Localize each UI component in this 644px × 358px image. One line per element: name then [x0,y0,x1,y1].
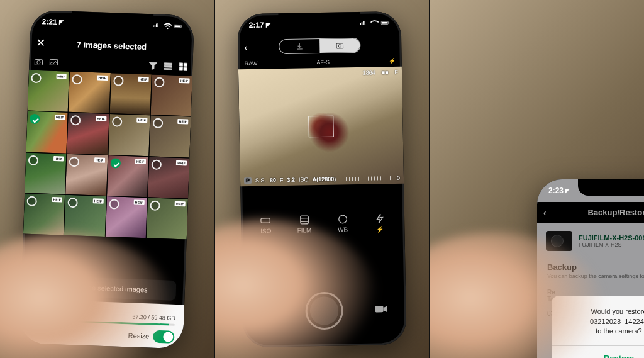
thumbnail[interactable]: HEIF [107,155,148,196]
svg-rect-12 [184,67,187,70]
camera-icon[interactable] [34,57,43,65]
thumbnail[interactable]: HEIF [26,111,67,152]
resize-toggle[interactable] [153,330,175,343]
modal-overlay: Would you restore 03212023_142245 to the… [537,179,644,359]
select-circle[interactable] [151,159,162,169]
location-icon: ◤ [266,21,270,28]
thumbnail[interactable]: HEIF [25,152,66,193]
heif-badge: HEIF [94,157,105,162]
svg-rect-6 [164,62,172,64]
mode-pill[interactable] [279,37,360,53]
status-time: 2:23 [548,186,564,195]
select-circle[interactable] [154,77,165,87]
iso-label: ISO [299,176,309,182]
location-icon: ◤ [565,187,570,194]
view-grid-icon[interactable] [179,62,187,70]
iso-button[interactable]: ISO [260,215,272,234]
restore-dialog: Would you restore 03212023_142245 to the… [552,296,644,358]
thumbnail[interactable]: HEIF [64,194,106,236]
location-icon: ◤ [59,19,64,25]
thumbnail[interactable]: HEIF [108,114,150,155]
ss-label: S.S. [255,177,266,183]
iso-value: A(12800) [312,176,336,182]
svg-rect-11 [179,67,182,70]
select-circle[interactable] [31,72,42,83]
svg-rect-14 [382,21,388,23]
svg-rect-9 [179,62,182,65]
select-circle[interactable] [26,196,37,206]
restore-button[interactable]: Restore [552,345,644,358]
wb-button[interactable]: WB [337,213,349,232]
svg-rect-7 [164,65,172,67]
landscape-icon[interactable] [49,57,58,66]
select-circle[interactable] [113,76,124,86]
heif-badge: HEIF [93,198,104,203]
selection-count: 7 images selected [53,38,169,52]
select-circle[interactable] [110,157,121,168]
transfer-toast[interactable]: Transfer the selected images [30,275,176,300]
select-circle[interactable] [153,118,164,128]
ev-scale-icon [340,176,393,180]
select-circle[interactable] [111,116,122,127]
heif-badge: HEIF [136,117,147,123]
thumbnail[interactable]: HEIF [105,196,147,237]
svg-point-20 [338,215,347,223]
close-icon[interactable]: ✕ [36,35,48,50]
heif-badge: HEIF [96,116,106,121]
heif-badge: HEIF [134,199,145,205]
thumbnail[interactable]: HEIF [65,154,107,195]
gallery-footer: 57.20 / 59.48 GB Resize [19,310,184,344]
thumbnail[interactable]: HEIF [23,193,65,235]
svg-rect-19 [300,215,308,223]
filter-icon[interactable] [148,61,157,70]
notch [71,11,153,30]
live-view[interactable]: 1864 ■■ F P S.S. 80 F 3.2 ISO A(12800) 0 [238,66,404,186]
focus-frame-icon [308,115,334,137]
film-sim-button[interactable]: FILM [297,214,311,233]
select-circle[interactable] [72,74,82,84]
card-icon: ■■ [382,69,389,76]
video-mode-icon[interactable] [374,303,388,317]
control-row: ISO FILM WB ⚡ [241,212,405,235]
ev-value: 0 [397,174,400,181]
thumbnail[interactable]: HEIF [67,113,109,154]
thumbnail[interactable]: HEIF [149,115,191,157]
shutter-button[interactable] [305,291,343,330]
svg-rect-5 [50,59,58,65]
svg-rect-2 [182,25,182,26]
status-time: 2:21 [42,17,57,26]
select-circle[interactable] [30,113,40,124]
svg-point-17 [338,44,341,47]
thumbnail[interactable]: HEIF [150,74,192,116]
phone-frame: 2:21 ◤ ✕ 7 images selected [19,9,194,349]
format-indicator: F [394,69,398,75]
notch [278,11,360,29]
tab-download[interactable] [279,39,319,53]
select-circle[interactable] [150,200,160,211]
select-circle[interactable] [109,198,119,209]
thumbnail[interactable]: HEIF [109,73,151,115]
af-mode: AF-S [316,59,330,65]
back-icon[interactable]: ‹ [244,42,255,52]
thumbnail[interactable]: HEIF [69,71,110,113]
status-indicators [152,22,182,30]
thumbnail[interactable]: HEIF [28,70,69,111]
heif-badge: HEIF [56,74,67,79]
heif-badge: HEIF [175,201,186,206]
gallery-screen: ✕ 7 images selected [19,9,194,349]
svg-rect-18 [261,218,270,222]
view-list-icon[interactable] [164,62,172,70]
shutter-speed: 80 [270,176,276,182]
heif-badge: HEIF [179,77,190,83]
status-indicators [360,20,390,26]
thumbnail[interactable]: HEIF [147,198,188,239]
dialog-message: Would you restore 03212023_142245 to the… [552,296,644,345]
flash-button[interactable]: ⚡ [374,212,386,232]
heif-badge: HEIF [176,160,187,165]
raw-indicator: RAW [245,60,258,66]
thumbnail[interactable]: HEIF [148,156,189,198]
tab-camera[interactable] [319,38,360,52]
svg-point-4 [37,60,40,64]
notch [578,179,644,196]
svg-rect-10 [184,63,187,66]
